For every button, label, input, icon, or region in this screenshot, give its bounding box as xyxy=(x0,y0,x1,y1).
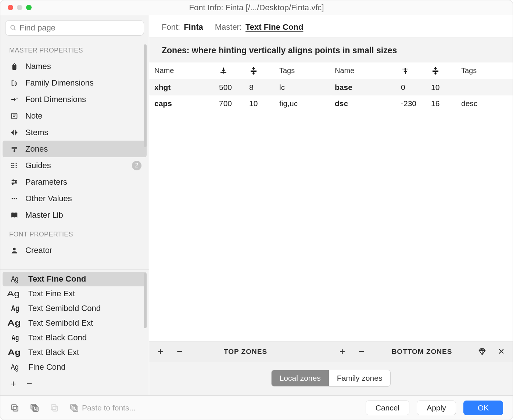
section-master-properties: MASTER PROPERTIES xyxy=(0,39,149,58)
note-icon xyxy=(9,112,19,120)
svg-point-9 xyxy=(12,183,14,184)
svg-rect-21 xyxy=(53,406,58,411)
close-icon[interactable]: ✕ xyxy=(497,347,505,356)
zone-tags[interactable] xyxy=(458,79,513,95)
zone-position[interactable]: 700 xyxy=(215,95,245,112)
zone-position[interactable]: 0 xyxy=(397,79,427,95)
table-row[interactable]: caps 700 10 fig,uc xyxy=(149,95,331,112)
close-window-icon[interactable] xyxy=(8,5,13,10)
zone-tags[interactable]: lc xyxy=(276,79,331,95)
sidebar-item-master-lib[interactable]: Master Lib xyxy=(0,207,149,223)
zoom-window-icon[interactable] xyxy=(26,5,32,10)
sidebar-item-label: Stems xyxy=(25,128,48,137)
col-position-icon[interactable] xyxy=(397,62,427,79)
col-width-icon[interactable] xyxy=(427,62,458,79)
col-name[interactable]: Name xyxy=(149,62,215,79)
master-item-4[interactable]: Ag Text Black Cond xyxy=(0,330,149,345)
add-master-button[interactable]: + xyxy=(9,378,17,390)
sidebar-item-creator[interactable]: Creator xyxy=(0,242,149,258)
master-value[interactable]: Text Fine Cond xyxy=(245,22,303,32)
col-position-icon[interactable] xyxy=(215,62,245,79)
copy-icon[interactable] xyxy=(10,403,19,413)
col-width-icon[interactable] xyxy=(245,62,276,79)
sidebar-item-family-dimensions[interactable]: Family Dimensions xyxy=(0,75,149,91)
master-item-5[interactable]: Ag Text Black Ext xyxy=(0,345,149,360)
search-input[interactable] xyxy=(5,20,144,36)
font-sample-icon: Ag xyxy=(11,362,22,372)
svg-point-15 xyxy=(405,68,406,69)
sidebar-item-other-values[interactable]: Other Values xyxy=(0,190,149,207)
sidebar-item-label: Guides xyxy=(25,161,51,170)
remove-bottom-zone-button[interactable]: − xyxy=(358,346,366,357)
copy-all-icon[interactable] xyxy=(30,403,39,413)
master-item-1[interactable]: Ag Text Fine Ext xyxy=(0,286,149,301)
window-title: Font Info: Finta [/.../Desktop/Finta.vfc… xyxy=(0,3,513,12)
minimize-window-icon[interactable] xyxy=(17,5,22,10)
family-dimensions-icon xyxy=(9,79,19,87)
sidebar-item-parameters[interactable]: Parameters xyxy=(0,174,149,190)
family-zones-button[interactable]: Family zones xyxy=(329,370,391,386)
font-value[interactable]: Finta xyxy=(184,22,203,32)
svg-point-0 xyxy=(11,25,15,29)
col-tags[interactable]: Tags xyxy=(276,62,331,79)
search-field[interactable] xyxy=(19,23,139,33)
sidebar-item-note[interactable]: Note xyxy=(0,108,149,124)
master-item-2[interactable]: Ag Text Semibold Cond xyxy=(0,301,149,316)
add-bottom-zone-button[interactable]: + xyxy=(338,346,347,357)
master-item-6[interactable]: Ag Fine Cond xyxy=(0,360,149,374)
zones-tables: Name Tags xhgt 5 xyxy=(149,62,513,362)
svg-point-13 xyxy=(13,247,15,250)
master-label: Text Fine Cond xyxy=(28,274,86,284)
svg-point-5 xyxy=(12,165,12,166)
master-scrollbar[interactable] xyxy=(144,273,147,328)
paste-to-fonts-icon xyxy=(69,403,79,413)
zone-position[interactable]: 500 xyxy=(215,79,245,95)
main-header: Font: Finta Master: Text Fine Cond xyxy=(149,15,513,37)
table-row[interactable]: xhgt 500 8 lc xyxy=(149,79,331,95)
diamond-icon[interactable] xyxy=(478,348,486,356)
col-tags[interactable]: Tags xyxy=(458,62,513,79)
zone-width[interactable]: 10 xyxy=(245,95,276,112)
apply-button[interactable]: Apply xyxy=(417,401,456,415)
sliders-icon xyxy=(9,178,19,186)
remove-master-button[interactable]: − xyxy=(25,378,33,390)
zone-name[interactable]: base xyxy=(331,79,397,95)
svg-rect-17 xyxy=(11,405,16,409)
table-row[interactable]: dsc -230 16 desc xyxy=(331,95,513,112)
zone-position[interactable]: -230 xyxy=(397,95,427,112)
master-label: Fine Cond xyxy=(28,362,66,372)
sidebar-item-label: Other Values xyxy=(25,194,72,203)
master-item-3[interactable]: Ag Text Semibold Ext xyxy=(0,316,149,330)
sidebar-item-stems[interactable]: Stems xyxy=(0,124,149,141)
zone-width[interactable]: 8 xyxy=(245,79,276,95)
ok-button[interactable]: OK xyxy=(463,401,503,415)
sidebar-scrollbar[interactable] xyxy=(144,44,147,147)
master-label: Master: xyxy=(215,22,242,32)
sidebar-item-label: Parameters xyxy=(25,177,67,187)
zone-name[interactable]: xhgt xyxy=(149,79,215,95)
sidebar-item-font-dimensions[interactable]: Font Dimensions xyxy=(0,91,149,108)
remove-top-zone-button[interactable]: − xyxy=(176,346,184,357)
main-panel: Font: Finta Master: Text Fine Cond Zones… xyxy=(149,15,513,395)
zone-tags[interactable]: desc xyxy=(458,95,513,112)
cancel-button[interactable]: Cancel xyxy=(366,401,409,415)
master-item-0[interactable]: Ag Text Fine Cond xyxy=(3,272,147,286)
titlebar: Font Info: Finta [/.../Desktop/Finta.vfc… xyxy=(0,0,513,15)
zone-name[interactable]: dsc xyxy=(331,95,397,112)
zone-name[interactable]: caps xyxy=(149,95,215,112)
add-top-zone-button[interactable]: + xyxy=(157,346,165,357)
col-name[interactable]: Name xyxy=(331,62,397,79)
local-zones-button[interactable]: Local zones xyxy=(272,370,329,386)
sidebar-item-label: Font Dimensions xyxy=(25,95,86,104)
paste-to-fonts-button[interactable]: Paste to fonts... xyxy=(69,403,136,413)
paste-icon[interactable] xyxy=(50,403,59,413)
svg-line-1 xyxy=(14,29,15,30)
zone-tags[interactable]: fig,uc xyxy=(276,95,331,112)
zone-width[interactable]: 10 xyxy=(427,79,458,95)
sidebar-item-guides[interactable]: Guides 2 xyxy=(0,157,149,174)
zone-width[interactable]: 16 xyxy=(427,95,458,112)
table-row[interactable]: base 0 10 xyxy=(331,79,513,95)
sidebar-item-zones[interactable]: Zones xyxy=(3,141,147,157)
sidebar-item-names[interactable]: Names xyxy=(0,58,149,75)
zones-description: Zones: where hinting vertically aligns p… xyxy=(149,46,513,62)
